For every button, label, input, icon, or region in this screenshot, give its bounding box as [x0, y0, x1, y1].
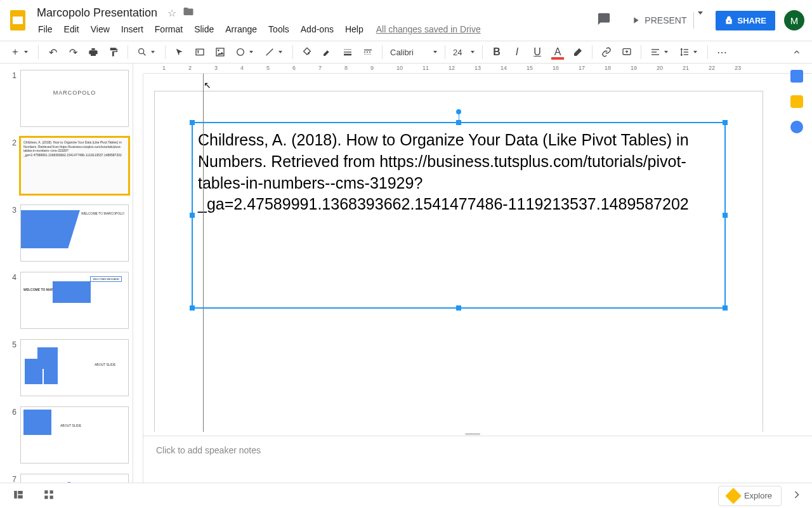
resize-handle-e[interactable] [723, 213, 728, 218]
undo-button[interactable]: ↶ [44, 43, 62, 61]
line-tool[interactable] [261, 43, 278, 61]
resize-handle-w[interactable] [190, 213, 195, 218]
italic-button[interactable]: I [508, 43, 526, 61]
horizontal-ruler[interactable]: 1234567891011121314151617181920212223 [143, 64, 812, 74]
bottom-bar: Explore [0, 483, 812, 508]
svg-rect-7 [216, 48, 224, 56]
svg-rect-27 [18, 491, 23, 494]
align-button[interactable] [646, 43, 664, 61]
highlight-button[interactable] [569, 43, 587, 61]
menu-help[interactable]: Help [340, 23, 369, 36]
svg-rect-30 [50, 490, 53, 493]
share-button[interactable]: SHARE [716, 11, 775, 30]
tasks-addon-icon[interactable] [790, 121, 803, 133]
speaker-notes[interactable]: Click to add speaker notes [143, 436, 812, 483]
slide-thumbnail-7[interactable]: OUR SERVICE [20, 474, 129, 483]
textbox-tool[interactable] [191, 43, 209, 61]
slide-thumbnail-1[interactable]: MARCOPOLO [20, 70, 129, 127]
border-weight-button[interactable] [339, 43, 357, 61]
svg-rect-1 [13, 17, 23, 24]
slide-thumbnail-2[interactable]: Childress, A. (2018). How to Organize Yo… [20, 137, 129, 194]
move-to-folder-icon[interactable] [183, 6, 194, 20]
underline-button[interactable]: U [528, 43, 546, 61]
more-button[interactable]: ⋯ [713, 43, 731, 61]
share-label: SHARE [737, 16, 766, 25]
resize-handle-ne[interactable] [723, 120, 728, 125]
calendar-addon-icon[interactable] [790, 70, 803, 83]
app-header: Marcopolo Presentation ☆ File Edit View … [0, 0, 812, 41]
svg-rect-28 [18, 495, 23, 498]
menu-file[interactable]: File [33, 23, 58, 36]
menu-view[interactable]: View [86, 23, 115, 36]
slides-app-icon[interactable] [5, 8, 30, 33]
present-label: PRESENT [645, 15, 686, 25]
thumbnail-panel: 1MARCOPOLO 2Childress, A. (2018). How to… [0, 64, 133, 483]
insert-link-button[interactable] [598, 43, 615, 61]
body-text[interactable]: Childress, A. (2018). How to Organize Yo… [198, 131, 689, 213]
border-dash-button[interactable] [359, 43, 377, 61]
hide-sidebar-button[interactable] [790, 488, 803, 504]
cursor-icon: ↖ [204, 80, 211, 90]
star-icon[interactable]: ☆ [167, 7, 176, 19]
account-avatar[interactable]: M [784, 10, 804, 30]
paint-format-button[interactable] [105, 43, 122, 61]
slide-editor: 1234567891011121314151617181920212223 0.… [133, 64, 812, 483]
slide[interactable]: Childress, A. (2018). How to Organize Yo… [155, 91, 763, 432]
text-color-button[interactable]: A [549, 43, 566, 61]
svg-rect-32 [50, 495, 53, 498]
slide-canvas[interactable]: 0.50 ↖ Childress, A. (2018). How to Orga… [143, 74, 812, 432]
line-spacing-button[interactable] [676, 43, 693, 61]
zoom-button[interactable] [133, 43, 151, 61]
menu-slide[interactable]: Slide [189, 23, 219, 36]
font-size-select[interactable]: 24 [450, 46, 477, 58]
slide-thumbnail-4[interactable]: WELCOME TO MARCOPOLOWELCOME MESSAGE [20, 272, 129, 329]
bold-button[interactable]: B [488, 43, 506, 61]
vertical-ruler[interactable] [133, 74, 143, 483]
new-slide-button[interactable]: + [6, 43, 24, 61]
slide-thumbnail-6[interactable]: ABOUT SLIDE [20, 406, 129, 464]
border-color-button[interactable] [318, 43, 336, 61]
menu-format[interactable]: Format [150, 23, 188, 36]
resize-handle-s[interactable] [456, 305, 461, 311]
toolbar: + ↶ ↷ Calibri 24 B I U A ⋯ [0, 41, 812, 64]
side-panel [782, 64, 812, 133]
print-button[interactable] [84, 43, 102, 61]
main-area: 1MARCOPOLO 2Childress, A. (2018). How to… [0, 64, 812, 483]
menu-insert[interactable]: Insert [116, 23, 148, 36]
select-tool[interactable] [171, 43, 188, 61]
image-tool[interactable] [211, 43, 229, 61]
shape-tool[interactable] [232, 43, 249, 61]
menu-tools[interactable]: Tools [263, 23, 294, 36]
keep-addon-icon[interactable] [790, 95, 803, 108]
save-status[interactable]: All changes saved in Drive [376, 24, 481, 34]
grid-view-button[interactable] [39, 485, 58, 507]
body-textbox[interactable]: Childress, A. (2018). How to Organize Yo… [192, 122, 726, 309]
rotate-handle[interactable] [456, 109, 461, 114]
resize-handle-sw[interactable] [190, 305, 195, 311]
svg-rect-29 [44, 490, 48, 493]
filmstrip-view-button[interactable] [9, 485, 28, 507]
menu-arrange[interactable]: Arrange [220, 23, 262, 36]
fill-color-button[interactable] [298, 43, 316, 61]
menu-addons[interactable]: Add-ons [296, 23, 339, 36]
indent-guide-line[interactable] [203, 74, 204, 432]
slide-thumbnail-5[interactable]: ABOUT SLIDE [20, 339, 129, 396]
document-title[interactable]: Marcopolo Presentation [33, 5, 161, 21]
svg-rect-26 [14, 491, 17, 498]
redo-button[interactable]: ↷ [64, 43, 82, 61]
svg-line-10 [266, 49, 273, 56]
svg-point-2 [139, 49, 144, 54]
explore-button[interactable]: Explore [718, 486, 782, 506]
resize-handle-n[interactable] [456, 120, 461, 125]
present-dropdown[interactable] [693, 12, 707, 29]
collapse-toolbar-button[interactable] [788, 43, 806, 61]
resize-handle-se[interactable] [723, 305, 728, 311]
menu-edit[interactable]: Edit [59, 23, 84, 36]
resize-handle-nw[interactable] [190, 120, 195, 125]
explore-icon [725, 488, 741, 504]
font-select[interactable]: Calibri [388, 46, 440, 58]
insert-comment-button[interactable] [618, 43, 636, 61]
slide-thumbnail-3[interactable]: WELCOME TO MARCOPOLO [20, 204, 129, 262]
present-button[interactable]: PRESENT [624, 11, 693, 30]
comments-icon[interactable] [593, 8, 615, 32]
